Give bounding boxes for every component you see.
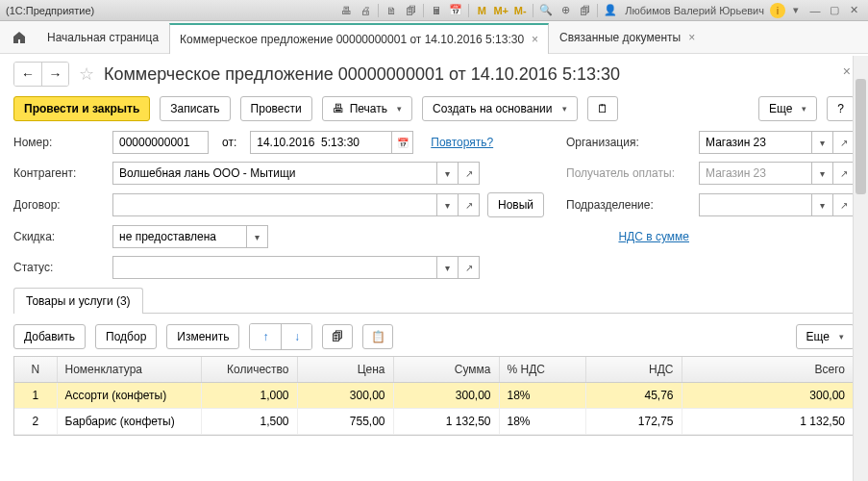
vat-in-sum-link[interactable]: НДС в сумме — [618, 230, 689, 243]
compare-icon[interactable]: 🗐 — [402, 3, 419, 18]
col-vat[interactable]: НДС — [585, 357, 682, 383]
cell-qty[interactable]: 1,500 — [201, 409, 297, 435]
counterparty-label: Контрагент: — [13, 166, 105, 180]
open-icon[interactable]: ↗ — [459, 193, 480, 216]
m-minus-icon[interactable]: M- — [511, 3, 529, 18]
col-sum[interactable]: Сумма — [393, 357, 499, 383]
table-row[interactable]: 2Барбарис (конфеты)1,500755,001 132,5018… — [14, 409, 854, 435]
copy-icon[interactable]: 🗐 — [576, 3, 593, 18]
minimize-icon[interactable]: — — [806, 3, 824, 18]
cell-n[interactable]: 1 — [14, 383, 57, 409]
more-button[interactable]: Еще — [758, 96, 817, 121]
post-button[interactable]: Провести — [240, 96, 312, 121]
col-n[interactable]: N — [14, 357, 57, 383]
cell-item[interactable]: Ассорти (конфеты) — [57, 383, 201, 409]
cell-item[interactable]: Барбарис (конфеты) — [57, 409, 201, 435]
cell-vat-pct[interactable]: 18% — [499, 409, 585, 435]
dropdown-icon[interactable]: ▾ — [437, 162, 459, 185]
search-icon[interactable]: 🔍 — [537, 3, 555, 18]
open-icon[interactable]: ↗ — [459, 256, 480, 279]
dropdown-icon[interactable]: ▾ — [812, 131, 833, 154]
dropdown-icon[interactable]: ▾ — [247, 225, 268, 248]
cell-total[interactable]: 1 132,50 — [682, 409, 854, 435]
cell-price[interactable]: 300,00 — [297, 383, 393, 409]
move-down-button[interactable]: ↓ — [281, 324, 311, 349]
print-button[interactable]: 🖶Печать — [322, 96, 412, 121]
repeat-link[interactable]: Повторять? — [431, 136, 493, 149]
tab-related-docs[interactable]: Связанные документы× — [549, 22, 706, 53]
vertical-scrollbar[interactable] — [853, 56, 868, 481]
table-more-button[interactable]: Еще — [796, 324, 855, 349]
cell-vat[interactable]: 172,75 — [585, 409, 682, 435]
discount-field[interactable] — [112, 225, 247, 248]
copy-row-button[interactable]: 🗐 — [322, 324, 353, 349]
print2-icon[interactable]: 🖨 — [357, 3, 374, 18]
division-field[interactable] — [699, 193, 812, 216]
calendar-icon[interactable]: 📅 — [392, 131, 413, 154]
org-field[interactable] — [699, 131, 812, 154]
calendar-icon[interactable]: 📅 — [447, 3, 464, 18]
dropdown-icon[interactable]: ▾ — [787, 3, 805, 18]
cell-sum[interactable]: 300,00 — [393, 383, 499, 409]
report-button[interactable]: 🗒 — [587, 96, 618, 121]
tab-home[interactable]: Начальная страница — [37, 22, 169, 53]
contract-field[interactable] — [112, 193, 437, 216]
page-close-icon[interactable]: × — [843, 63, 851, 79]
payee-field[interactable] — [699, 162, 812, 185]
new-contract-button[interactable]: Новый — [487, 192, 544, 217]
calculator-icon[interactable]: 🖩 — [428, 3, 445, 18]
scrollbar-thumb[interactable] — [856, 79, 866, 194]
info-icon[interactable]: i — [770, 3, 785, 18]
tab-goods-services[interactable]: Товары и услуги (3) — [13, 288, 143, 314]
col-price[interactable]: Цена — [297, 357, 393, 383]
number-field[interactable] — [112, 131, 209, 154]
cell-price[interactable]: 755,00 — [297, 409, 393, 435]
cell-sum[interactable]: 1 132,50 — [393, 409, 499, 435]
back-button[interactable]: ← — [14, 63, 41, 86]
col-vat-pct[interactable]: % НДС — [499, 357, 585, 383]
m-plus-icon[interactable]: M+ — [492, 3, 509, 18]
open-icon[interactable]: ↗ — [459, 162, 480, 185]
open-icon[interactable]: ↗ — [833, 193, 855, 216]
m-icon[interactable]: M — [473, 3, 490, 18]
col-item[interactable]: Номенклатура — [57, 357, 201, 383]
dropdown-icon[interactable]: ▾ — [437, 256, 459, 279]
help-button[interactable]: ? — [827, 96, 855, 121]
print-icon[interactable]: 🖶 — [337, 3, 355, 18]
favorite-icon[interactable]: ☆ — [79, 63, 94, 85]
tab-close-icon[interactable]: × — [532, 33, 538, 46]
add-row-button[interactable]: Добавить — [13, 324, 86, 349]
dropdown-icon[interactable]: ▾ — [437, 193, 459, 216]
cell-vat[interactable]: 45,76 — [585, 383, 682, 409]
select-button[interactable]: Подбор — [95, 324, 157, 349]
col-qty[interactable]: Количество — [201, 357, 297, 383]
cell-qty[interactable]: 1,000 — [201, 383, 297, 409]
open-icon[interactable]: ↗ — [833, 131, 855, 154]
cell-n[interactable]: 2 — [14, 409, 57, 435]
close-icon[interactable]: ✕ — [845, 3, 862, 18]
save-file-icon[interactable]: 🗎 — [383, 3, 400, 18]
dropdown-icon[interactable]: ▾ — [812, 193, 833, 216]
dropdown-icon[interactable]: ▾ — [812, 162, 833, 185]
paste-row-button[interactable]: 📋 — [362, 324, 393, 349]
post-and-close-button[interactable]: Провести и закрыть — [13, 96, 150, 121]
refresh-icon[interactable]: ⊕ — [557, 3, 574, 18]
date-field[interactable] — [250, 131, 392, 154]
home-icon[interactable] — [6, 25, 33, 50]
status-field[interactable] — [112, 256, 437, 279]
save-button[interactable]: Записать — [160, 96, 230, 121]
open-icon[interactable]: ↗ — [833, 162, 855, 185]
col-total[interactable]: Всего — [682, 357, 854, 383]
cell-total[interactable]: 300,00 — [682, 383, 854, 409]
tab-commercial-offer[interactable]: Коммерческое предложение 00000000001 от … — [169, 23, 549, 54]
table-row[interactable]: 1Ассорти (конфеты)1,000300,00300,0018%45… — [14, 383, 854, 409]
counterparty-field[interactable] — [112, 162, 437, 185]
maximize-icon[interactable]: ▢ — [826, 3, 843, 18]
create-based-on-button[interactable]: Создать на основании — [422, 96, 578, 121]
tab-close-icon[interactable]: × — [688, 31, 695, 44]
move-up-button[interactable]: ↑ — [250, 324, 281, 349]
title-bar: (1С:Предприятие) 🖶 🖨 🗎 🗐 🖩 📅 M M+ M- 🔍 ⊕… — [0, 0, 868, 21]
cell-vat-pct[interactable]: 18% — [499, 383, 585, 409]
edit-button[interactable]: Изменить — [166, 324, 239, 349]
forward-button[interactable]: → — [41, 63, 68, 86]
